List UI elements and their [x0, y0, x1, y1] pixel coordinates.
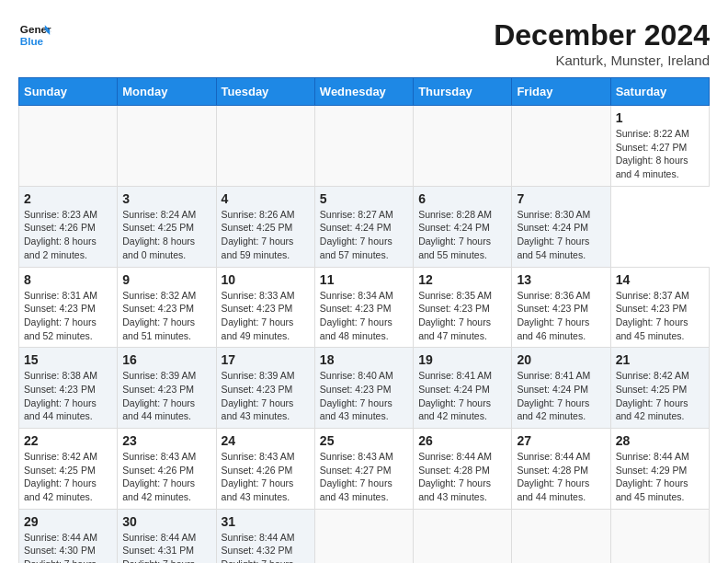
calendar-cell: 4Sunrise: 8:26 AMSunset: 4:25 PMDaylight… — [216, 186, 314, 267]
day-number: 1 — [616, 110, 704, 125]
calendar-cell: 20Sunrise: 8:41 AMSunset: 4:24 PMDayligh… — [512, 348, 610, 429]
day-number: 16 — [122, 352, 210, 367]
calendar-week-3: 15Sunrise: 8:38 AMSunset: 4:23 PMDayligh… — [19, 348, 710, 429]
calendar-cell: 26Sunrise: 8:44 AMSunset: 4:28 PMDayligh… — [414, 429, 512, 510]
day-number: 15 — [24, 352, 112, 367]
day-number: 7 — [517, 191, 605, 206]
day-info: Sunrise: 8:35 AMSunset: 4:23 PMDaylight:… — [418, 289, 506, 343]
calendar-week-4: 22Sunrise: 8:42 AMSunset: 4:25 PMDayligh… — [19, 429, 710, 510]
day-number: 30 — [122, 514, 210, 529]
day-number: 28 — [616, 433, 704, 448]
header-day-monday: Monday — [118, 78, 216, 106]
calendar-cell: 29Sunrise: 8:44 AMSunset: 4:30 PMDayligh… — [19, 509, 118, 563]
calendar-cell — [414, 106, 512, 187]
day-info: Sunrise: 8:43 AMSunset: 4:26 PMDaylight:… — [122, 450, 210, 504]
day-number: 11 — [320, 272, 408, 287]
day-number: 6 — [418, 191, 506, 206]
day-number: 31 — [222, 514, 310, 529]
calendar-cell: 27Sunrise: 8:44 AMSunset: 4:28 PMDayligh… — [512, 429, 610, 510]
calendar-cell: 15Sunrise: 8:38 AMSunset: 4:23 PMDayligh… — [19, 348, 118, 429]
calendar-cell: 5Sunrise: 8:27 AMSunset: 4:24 PMDaylight… — [314, 186, 413, 267]
day-info: Sunrise: 8:31 AMSunset: 4:23 PMDaylight:… — [24, 289, 112, 343]
calendar-cell: 24Sunrise: 8:43 AMSunset: 4:26 PMDayligh… — [216, 429, 314, 510]
header-day-tuesday: Tuesday — [216, 78, 314, 106]
day-info: Sunrise: 8:36 AMSunset: 4:23 PMDaylight:… — [517, 289, 605, 343]
day-number: 9 — [122, 272, 210, 287]
day-info: Sunrise: 8:44 AMSunset: 4:31 PMDaylight:… — [122, 531, 210, 563]
calendar-body: 1Sunrise: 8:22 AMSunset: 4:27 PMDaylight… — [19, 106, 710, 564]
day-info: Sunrise: 8:38 AMSunset: 4:23 PMDaylight:… — [24, 369, 112, 423]
calendar-cell — [118, 106, 216, 187]
day-number: 24 — [222, 433, 310, 448]
header-day-wednesday: Wednesday — [314, 78, 413, 106]
calendar-cell: 6Sunrise: 8:28 AMSunset: 4:24 PMDaylight… — [414, 186, 512, 267]
calendar-cell: 2Sunrise: 8:23 AMSunset: 4:26 PMDaylight… — [19, 186, 118, 267]
day-number: 26 — [418, 433, 506, 448]
day-info: Sunrise: 8:44 AMSunset: 4:29 PMDaylight:… — [616, 450, 704, 504]
calendar-cell: 21Sunrise: 8:42 AMSunset: 4:25 PMDayligh… — [610, 348, 709, 429]
day-info: Sunrise: 8:44 AMSunset: 4:28 PMDaylight:… — [517, 450, 605, 504]
day-info: Sunrise: 8:32 AMSunset: 4:23 PMDaylight:… — [122, 289, 210, 343]
day-number: 18 — [320, 352, 408, 367]
day-info: Sunrise: 8:41 AMSunset: 4:24 PMDaylight:… — [418, 369, 506, 423]
calendar-week-5: 29Sunrise: 8:44 AMSunset: 4:30 PMDayligh… — [19, 509, 710, 563]
header-row: SundayMondayTuesdayWednesdayThursdayFrid… — [19, 78, 710, 106]
day-number: 20 — [517, 352, 605, 367]
day-info: Sunrise: 8:44 AMSunset: 4:28 PMDaylight:… — [418, 450, 506, 504]
calendar-cell — [314, 106, 413, 187]
header-day-thursday: Thursday — [414, 78, 512, 106]
day-info: Sunrise: 8:34 AMSunset: 4:23 PMDaylight:… — [320, 289, 408, 343]
day-number: 12 — [418, 272, 506, 287]
header-day-sunday: Sunday — [19, 78, 118, 106]
header-day-saturday: Saturday — [610, 78, 709, 106]
calendar-cell: 16Sunrise: 8:39 AMSunset: 4:23 PMDayligh… — [118, 348, 216, 429]
calendar-cell: 14Sunrise: 8:37 AMSunset: 4:23 PMDayligh… — [610, 267, 709, 348]
day-number: 13 — [517, 272, 605, 287]
calendar-cell — [414, 509, 512, 563]
day-info: Sunrise: 8:23 AMSunset: 4:26 PMDaylight:… — [24, 208, 112, 262]
day-number: 3 — [122, 191, 210, 206]
location: Kanturk, Munster, Ireland — [494, 52, 710, 68]
calendar-cell — [512, 106, 610, 187]
day-info: Sunrise: 8:30 AMSunset: 4:24 PMDaylight:… — [517, 208, 605, 262]
calendar-cell: 31Sunrise: 8:44 AMSunset: 4:32 PMDayligh… — [216, 509, 314, 563]
calendar-cell: 30Sunrise: 8:44 AMSunset: 4:31 PMDayligh… — [118, 509, 216, 563]
day-number: 4 — [222, 191, 310, 206]
day-number: 10 — [222, 272, 310, 287]
day-info: Sunrise: 8:24 AMSunset: 4:25 PMDaylight:… — [122, 208, 210, 262]
calendar-cell: 17Sunrise: 8:39 AMSunset: 4:23 PMDayligh… — [216, 348, 314, 429]
day-info: Sunrise: 8:43 AMSunset: 4:26 PMDaylight:… — [222, 450, 310, 504]
day-number: 22 — [24, 433, 112, 448]
calendar-cell: 19Sunrise: 8:41 AMSunset: 4:24 PMDayligh… — [414, 348, 512, 429]
day-info: Sunrise: 8:44 AMSunset: 4:30 PMDaylight:… — [24, 531, 112, 563]
day-info: Sunrise: 8:33 AMSunset: 4:23 PMDaylight:… — [222, 289, 310, 343]
calendar-table: SundayMondayTuesdayWednesdayThursdayFrid… — [18, 77, 710, 563]
calendar-cell: 22Sunrise: 8:42 AMSunset: 4:25 PMDayligh… — [19, 429, 118, 510]
day-number: 17 — [222, 352, 310, 367]
day-info: Sunrise: 8:22 AMSunset: 4:27 PMDaylight:… — [616, 127, 704, 181]
calendar-cell: 9Sunrise: 8:32 AMSunset: 4:23 PMDaylight… — [118, 267, 216, 348]
calendar-week-1: 2Sunrise: 8:23 AMSunset: 4:26 PMDaylight… — [19, 186, 710, 267]
calendar-cell — [512, 509, 610, 563]
day-info: Sunrise: 8:42 AMSunset: 4:25 PMDaylight:… — [24, 450, 112, 504]
calendar-cell: 23Sunrise: 8:43 AMSunset: 4:26 PMDayligh… — [118, 429, 216, 510]
day-info: Sunrise: 8:44 AMSunset: 4:32 PMDaylight:… — [222, 531, 310, 563]
day-number: 5 — [320, 191, 408, 206]
month-title: December 2024 — [494, 18, 710, 52]
day-info: Sunrise: 8:43 AMSunset: 4:27 PMDaylight:… — [320, 450, 408, 504]
day-number: 29 — [24, 514, 112, 529]
title-block: December 2024 Kanturk, Munster, Ireland — [494, 18, 710, 68]
day-info: Sunrise: 8:27 AMSunset: 4:24 PMDaylight:… — [320, 208, 408, 262]
day-number: 21 — [616, 352, 704, 367]
day-info: Sunrise: 8:37 AMSunset: 4:23 PMDaylight:… — [616, 289, 704, 343]
logo-icon: General Blue — [18, 18, 51, 52]
day-info: Sunrise: 8:39 AMSunset: 4:23 PMDaylight:… — [222, 369, 310, 423]
calendar-week-0: 1Sunrise: 8:22 AMSunset: 4:27 PMDaylight… — [19, 106, 710, 187]
svg-text:Blue: Blue — [20, 35, 44, 47]
day-number: 25 — [320, 433, 408, 448]
calendar-cell: 28Sunrise: 8:44 AMSunset: 4:29 PMDayligh… — [610, 429, 709, 510]
calendar-week-2: 8Sunrise: 8:31 AMSunset: 4:23 PMDaylight… — [19, 267, 710, 348]
day-info: Sunrise: 8:26 AMSunset: 4:25 PMDaylight:… — [222, 208, 310, 262]
calendar-cell — [19, 106, 118, 187]
calendar-cell: 12Sunrise: 8:35 AMSunset: 4:23 PMDayligh… — [414, 267, 512, 348]
